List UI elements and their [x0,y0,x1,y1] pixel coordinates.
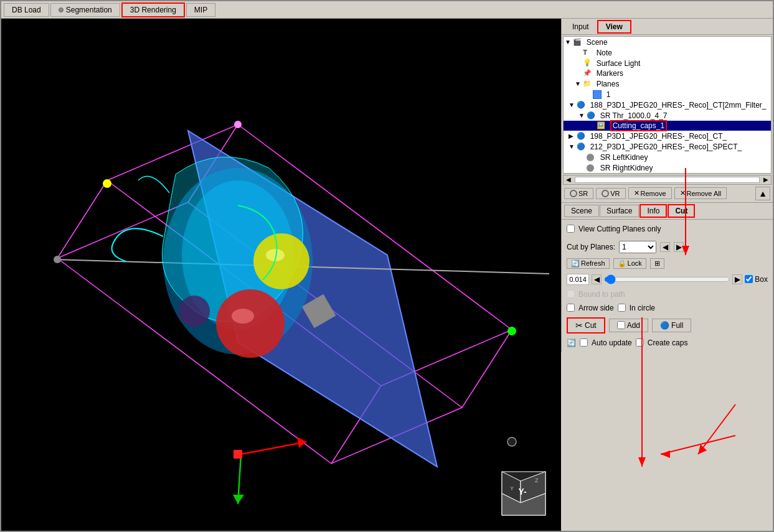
refresh-lock-row: 🔄 Refresh 🔒 Lock ⊞ [567,258,768,269]
right-panel-wrapper: Input View ▼ 🎬 Scene T Note [561,19,773,531]
in-circle-cb[interactable] [618,304,626,312]
create-caps-cb[interactable] [636,338,644,347]
remove-all-btn[interactable]: ✕ Remove All [674,187,727,199]
slice-prev-btn[interactable]: ◀ [592,274,602,284]
tree-item-note[interactable]: T Note [564,47,771,58]
panel-top-tabs: Input View [562,19,773,35]
in-circle-label: In circle [630,304,655,312]
box-checkbox-label: Box [745,275,768,284]
tree-item-plane-1[interactable]: 1 [564,89,771,100]
tab-3d-rendering[interactable]: 3D Rendering [121,2,185,17]
refresh-btn[interactable]: 🔄 Refresh [567,258,610,269]
svg-marker-41 [661,450,670,458]
planes-next-btn[interactable]: ▶ [674,242,684,252]
slice-next-btn[interactable]: ▶ [732,274,742,284]
tree-item-sr-leftkidney[interactable]: SR LeftKidney [564,152,771,162]
full-btn[interactable]: 🔵 Full [652,319,691,332]
cut-action-btn[interactable]: ✂ Cut [567,317,605,334]
refresh-icon: 🔄 [571,259,580,268]
right-panel: Input View ▼ 🎬 Scene T Note [561,19,773,352]
panel-scrollbar: ◀ ▶ [563,175,772,185]
add-btn[interactable]: Add [609,319,648,332]
slider-row: 0.014 ◀ ▶ Box [567,274,768,285]
secondary-tabs: Scene Surface Info Cut [562,203,773,220]
sec-tab-cut[interactable]: Cut [668,204,695,218]
tree-label-sr-rk: SR RightKidney [600,164,653,172]
svg-rect-18 [234,450,242,459]
slice-value-input[interactable]: 0.014 [567,274,589,285]
tree-icon-markers: 📌 [583,69,593,78]
tree-item-dataset1[interactable]: ▼ 🔵 188_P3D1_JPEG20_HRES-_Reco]_CT[2mm_F… [564,100,771,110]
tree-item-cutting-caps[interactable]: 🖼️ Cutting_caps_1 [564,121,771,131]
scroll-track[interactable] [575,177,760,183]
tree-item-scene[interactable]: ▼ 🎬 Scene [564,37,771,47]
tree-label-dataset2: 198_P3D1_JPEG20_HRES-_Reco]_CT_ [590,132,727,141]
svg-point-26 [54,256,61,263]
tree-label-sr-thr: SR Thr_1000.0_4_7 [600,111,668,120]
vr-btn[interactable]: VR [596,188,625,199]
lock-btn[interactable]: 🔒 Lock [613,258,646,269]
tree-item-sr-thr[interactable]: ▼ 🔵 SR Thr_1000.0_4_7 [564,110,771,121]
tree-arrow-sr-thr: ▼ [578,112,585,119]
remove-btn[interactable]: ✕ Remove [628,187,672,199]
view-cutting-planes-row: View Cutting Planes only [567,225,768,233]
remove-all-x-icon: ✕ [680,189,686,197]
sec-tab-info[interactable]: Info [639,204,667,218]
cut-planes-select[interactable]: 1 2 3 [619,241,656,253]
auto-update-cb[interactable] [580,338,588,347]
sr-btn[interactable]: SR [564,188,593,199]
tree-item-surface-light[interactable]: 💡 Surface Light [564,58,771,68]
tree-item-dataset3[interactable]: ▼ 🔵 212_P3D1_JPEG20_HRES-_Reco]_SPECT_ [564,141,771,152]
transform-icon: ⊞ [654,259,660,268]
action-buttons-row: ✂ Cut Add 🔵 Full [567,317,768,334]
panel-up-btn[interactable]: ▲ [755,187,770,200]
view-cutting-planes-cb[interactable] [567,225,575,233]
arrow-side-cb[interactable] [567,304,575,312]
add-cb[interactable] [617,321,625,329]
tree-icon-dataset1: 🔵 [577,101,587,110]
bound-path-row: Bound to path [567,290,768,299]
arrow-circle-row: Arrow side In circle [567,304,768,312]
tree-icon-dataset3: 🔵 [577,142,587,151]
sec-tab-surface[interactable]: Surface [600,205,639,217]
tab-mip[interactable]: MIP [186,3,215,17]
tab-segmentation[interactable]: Segmentation [50,3,120,17]
box-cb[interactable] [745,275,753,283]
svg-point-17 [234,121,242,128]
planes-prev-btn[interactable]: ◀ [660,242,670,252]
slice-slider[interactable] [604,274,730,284]
tree-item-markers[interactable]: 📌 Markers [564,68,771,78]
tree-icon-dataset2: 🔵 [577,132,587,141]
svg-text:Y-: Y- [518,487,527,497]
auto-update-label: Auto update [592,338,632,347]
tree-arrow-dataset1: ▼ [569,101,575,108]
scroll-left-btn[interactable]: ◀ [564,175,573,185]
svg-point-23 [216,289,285,358]
tree-label-plane-1: 1 [606,90,611,99]
tree-label-cutting-caps: Cutting_caps_1 [610,120,667,131]
sr-radio [570,190,577,197]
tree-arrow-dataset2: ▶ [569,133,575,139]
tree-label-dataset1: 188_P3D1_JPEG20_HRES-_Reco]_CT[2mm_Filte… [590,101,767,110]
transform-btn[interactable]: ⊞ [650,258,664,269]
cut-panel: View Cutting Planes only Cut by Planes: … [562,220,773,352]
tree-item-dataset2[interactable]: ▶ 🔵 198_P3D1_JPEG20_HRES-_Reco]_CT_ [564,131,771,141]
tab-input[interactable]: Input [564,21,597,33]
tab-db-load[interactable]: DB Load [4,3,49,17]
tree-item-sr-rightkidney[interactable]: SR RightKidney [564,162,771,173]
tree-label-light: Surface Light [597,58,641,67]
scroll-right-btn[interactable]: ▶ [761,175,771,185]
cut-by-planes-row: Cut by Planes: 1 2 3 ◀ ▶ [567,241,768,253]
bound-path-cb[interactable] [567,290,575,298]
main-container: DB Load Segmentation 3D Rendering MIP [0,0,774,532]
tree-label-markers: Markers [597,69,623,78]
tab-view[interactable]: View [597,20,631,34]
vr-radio [602,190,609,197]
scene-svg [1,19,555,531]
svg-point-25 [179,296,210,327]
sec-tab-scene[interactable]: Scene [564,205,599,217]
tree-item-planes[interactable]: ▼ 📁 Planes [564,78,771,89]
auto-update-row: 🔄 Auto update Create caps [567,338,768,347]
viewport[interactable]: Y- Y Z [1,19,561,531]
tree-view[interactable]: ▼ 🎬 Scene T Note 💡 Surface Light [563,36,772,174]
